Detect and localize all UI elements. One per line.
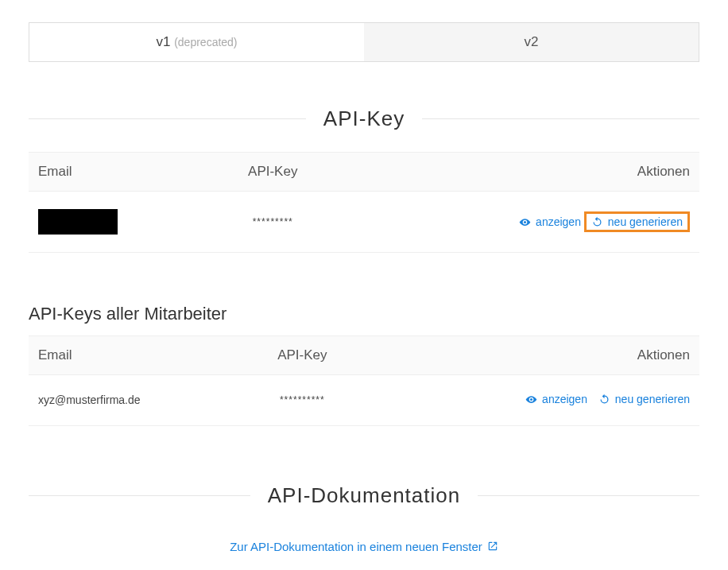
regen-label: neu generieren	[608, 215, 683, 228]
cell-key: *********	[210, 192, 336, 253]
tab-v2-label: v2	[525, 34, 539, 49]
show-button[interactable]: anzeigen	[519, 215, 581, 228]
docs-heading: API-Dokumentation	[250, 483, 478, 508]
doc-link-label: Zur API-Dokumentation in einem neuen Fen…	[230, 540, 482, 553]
show-label: anzeigen	[536, 215, 581, 228]
tab-v2[interactable]: v2	[364, 23, 699, 61]
table-row: xyz@musterfirma.de ********** anzeigen n…	[29, 375, 699, 426]
cell-key: **********	[242, 375, 362, 426]
staff-api-key-table: Email API-Key Aktionen xyz@musterfirma.d…	[29, 335, 699, 426]
col-email: Email	[29, 336, 242, 375]
eye-icon	[525, 394, 537, 405]
tab-v1-label: v1	[156, 34, 170, 49]
regenerate-button[interactable]: neu generieren	[598, 393, 690, 405]
col-api-key: API-Key	[242, 336, 362, 375]
cell-email: xyz@musterfirma.de	[29, 375, 242, 426]
divider	[478, 495, 699, 496]
tab-v1-suffix: (deprecated)	[174, 36, 237, 48]
col-actions: Aktionen	[362, 336, 699, 375]
docs-heading-wrap: API-Dokumentation	[29, 483, 699, 508]
refresh-icon	[598, 394, 610, 405]
regen-label: neu generieren	[615, 393, 690, 405]
eye-icon	[519, 216, 531, 228]
divider	[422, 118, 699, 119]
divider	[29, 495, 250, 496]
tab-v1[interactable]: v1 (deprecated)	[29, 23, 364, 61]
api-key-heading: API-Key	[306, 107, 422, 131]
redacted-email	[38, 209, 118, 235]
cell-actions: anzeigen neu generieren	[336, 192, 699, 253]
regenerate-button[interactable]: neu generieren	[591, 215, 683, 228]
show-button[interactable]: anzeigen	[525, 393, 587, 405]
cell-email	[29, 192, 210, 253]
refresh-icon	[591, 216, 603, 228]
col-actions: Aktionen	[336, 153, 699, 192]
table-row: ********* anzeigen neu generieren	[29, 192, 699, 253]
divider	[29, 118, 306, 119]
cell-actions: anzeigen neu generieren	[362, 375, 699, 426]
external-icon	[487, 541, 498, 552]
regen-highlight: neu generieren	[584, 211, 690, 232]
open-docs-link[interactable]: Zur API-Dokumentation in einem neuen Fen…	[230, 540, 498, 553]
api-key-heading-wrap: API-Key	[29, 107, 699, 131]
doc-link-wrap: Zur API-Dokumentation in einem neuen Fen…	[29, 540, 699, 554]
col-api-key: API-Key	[210, 153, 336, 192]
show-label: anzeigen	[542, 393, 587, 405]
staff-heading: API-Keys aller Mitarbeiter	[29, 304, 699, 324]
api-key-table: Email API-Key Aktionen ********* anzeige…	[29, 152, 699, 253]
col-email: Email	[29, 153, 210, 192]
version-tabs: v1 (deprecated) v2	[29, 22, 699, 62]
